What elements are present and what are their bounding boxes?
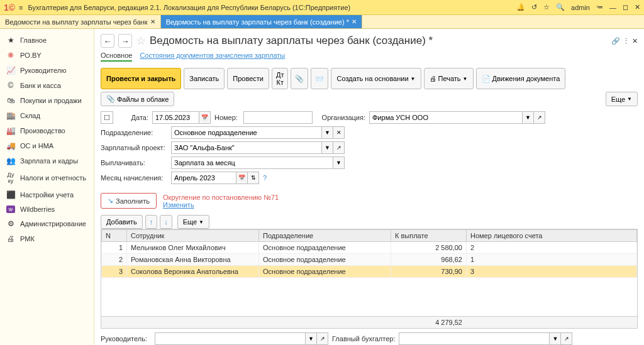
post-close-button[interactable]: Провести и закрыть (101, 68, 181, 89)
sidebar-item-taxes[interactable]: ДукуНалоги и отчетность (0, 168, 94, 187)
history-icon[interactable]: ↺ (531, 3, 537, 11)
open-icon[interactable]: ↗ (333, 141, 345, 154)
maximize-icon[interactable]: ◻ (623, 3, 628, 11)
table-row[interactable]: 3 Соколова Вероника Анатольевна Основное… (102, 266, 637, 278)
stepper-icon[interactable]: ⇅ (248, 172, 259, 184)
save-button[interactable]: Записать (184, 68, 225, 89)
open-icon[interactable]: ↗ (561, 332, 572, 345)
accountant-input[interactable] (399, 332, 550, 345)
change-link[interactable]: Изменить (163, 201, 194, 209)
menu-icon[interactable]: ≡ (19, 4, 23, 11)
post-button[interactable]: Провести (227, 68, 269, 89)
dropdown-icon[interactable]: ▼ (306, 332, 317, 345)
attach-icon-button[interactable]: 📎 (291, 68, 308, 89)
sidebar-item-production[interactable]: 🏭Производство (0, 123, 94, 138)
sidebar-label: ОС и НМА (20, 142, 53, 150)
back-button[interactable]: ← (101, 34, 114, 48)
minimize-icon[interactable]: — (609, 4, 616, 11)
settings-icon[interactable]: ≔ (596, 3, 603, 11)
project-input[interactable] (171, 141, 322, 154)
move-up-button[interactable]: ↑ (145, 215, 158, 229)
cloud-icon: 📎 (106, 95, 115, 103)
subtab-main[interactable]: Основное (101, 52, 132, 62)
printer-icon: 🖨 (430, 75, 436, 82)
date-input[interactable] (152, 111, 199, 124)
cell-name: Романовская Анна Викторовна (127, 254, 259, 266)
sidebar-item-warehouse[interactable]: 🏬Склад (0, 108, 94, 123)
cell-n: 3 (102, 266, 127, 278)
dropdown-icon[interactable]: ▼ (322, 141, 333, 154)
bell-icon[interactable]: 🔔 (516, 3, 525, 11)
dropdown-icon[interactable]: ▼ (322, 126, 333, 139)
sidebar-item-salary[interactable]: 👥Зарплата и кадры (0, 153, 94, 168)
sidebar-item-assets[interactable]: 🚚ОС и НМА (0, 138, 94, 153)
sidebar-item-poby[interactable]: ❋PO.BY (0, 48, 94, 63)
caret-down-icon: ▼ (463, 76, 468, 82)
table-more-button[interactable]: Еще ▼ (177, 215, 209, 229)
dropdown-icon[interactable]: ▼ (333, 156, 345, 169)
form-row-paytype: Выплачивать: ▼ (101, 156, 638, 169)
dropdown-icon[interactable]: ▼ (523, 111, 534, 124)
move-down-button[interactable]: ↓ (160, 215, 172, 229)
print-button[interactable]: 🖨 Печать ▼ (424, 68, 474, 89)
dept-input[interactable] (171, 126, 322, 139)
month-input[interactable] (171, 172, 236, 184)
fill-button[interactable]: ↘ Заполнить (101, 193, 157, 209)
more-button[interactable]: Еще ▼ (606, 92, 638, 106)
paytype-input[interactable] (171, 156, 333, 169)
star-icon[interactable]: ☆ (543, 3, 550, 11)
col-employee[interactable]: Сотрудник (127, 230, 259, 242)
msg-icon-button[interactable]: 📨 (311, 68, 328, 89)
col-n[interactable]: N (102, 230, 127, 242)
cloud-files-button[interactable]: 📎 Файлы в облаке (101, 92, 174, 106)
add-row-button[interactable]: Добавить (101, 215, 143, 229)
sidebar-item-settings[interactable]: ⬛Настройки учета (0, 187, 94, 202)
table-row[interactable]: 1 Мельников Олег Михайлович Основное под… (102, 242, 637, 254)
employees-table: N Сотрудник Подразделение К выплате Номе… (101, 229, 637, 278)
close-icon[interactable]: ✕ (635, 3, 640, 11)
search-icon[interactable]: 🔍 (556, 3, 565, 11)
kebab-icon[interactable]: ⋮ (623, 37, 630, 45)
sidebar-item-rmk[interactable]: 🖨РМК (0, 231, 94, 246)
forward-button[interactable]: → (118, 34, 132, 48)
user-label[interactable]: admin (571, 4, 590, 11)
dropdown-icon[interactable]: ▼ (550, 332, 561, 345)
subtabs: Основное Состояния документов зачисления… (101, 52, 638, 62)
number-input[interactable] (243, 111, 313, 124)
open-icon[interactable]: ↗ (317, 332, 328, 345)
help-icon[interactable]: ? (263, 174, 267, 182)
link-icon[interactable]: 🔗 (611, 37, 620, 45)
col-account[interactable]: Номер лицевого счета (467, 230, 637, 242)
org-input[interactable] (369, 111, 523, 124)
tab-close-icon[interactable]: ✕ (150, 18, 155, 25)
calendar-icon[interactable]: 📅 (199, 111, 211, 124)
checkbox-icon[interactable]: ☐ (101, 111, 113, 124)
sidebar-item-bank[interactable]: ©Банк и касса (0, 78, 94, 93)
sidebar-item-manager[interactable]: 📈Руководителю (0, 63, 94, 78)
movements-button[interactable]: 📄 Движения документа (476, 68, 566, 89)
sidebar-item-admin[interactable]: ⚙Администрирование (0, 216, 94, 231)
cell-n: 2 (102, 254, 127, 266)
manager-input[interactable] (155, 332, 306, 345)
open-icon[interactable]: ↗ (534, 111, 545, 124)
tab-document[interactable]: Ведомость на выплату зарплаты через банк… (161, 15, 362, 28)
sidebar-label: Главное (20, 36, 47, 44)
create-based-button[interactable]: Создать на основании ▼ (331, 68, 421, 89)
calendar-icon[interactable]: 📅 (236, 172, 248, 184)
close-page-icon[interactable]: ✕ (632, 37, 638, 45)
tab-close-icon[interactable]: ✕ (352, 18, 357, 25)
sidebar-item-main[interactable]: ★Главное (0, 33, 94, 48)
dt-icon-button[interactable]: ДтКт (272, 68, 289, 89)
topbar-right: 🔔 ↺ ☆ 🔍 admin ≔ — ◻ ✕ (516, 3, 640, 11)
subtab-states[interactable]: Состояния документов зачисления зарплаты (140, 52, 285, 62)
table-row[interactable]: 2 Романовская Анна Викторовна Основное п… (102, 254, 637, 266)
favorite-star-icon[interactable]: ☆ (136, 34, 146, 48)
tab-list[interactable]: Ведомости на выплату зарплаты через банк… (0, 15, 161, 28)
col-dept[interactable]: Подразделение (259, 230, 391, 242)
sidebar-item-wildberries[interactable]: wWildberries (0, 202, 94, 216)
clear-icon[interactable]: ✕ (333, 126, 345, 139)
col-amount[interactable]: К выплате (391, 230, 467, 242)
label: Печать (438, 75, 461, 82)
sidebar-item-sales[interactable]: 🛍Покупки и продажи (0, 93, 94, 108)
total-row: 4 279,52 (101, 317, 638, 329)
